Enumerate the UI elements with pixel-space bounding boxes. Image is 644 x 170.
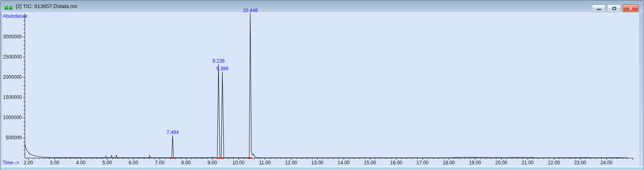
- title-bar[interactable]: [2] TIC: 813657.D\data.ms x: [0, 0, 644, 13]
- y-tick-label: 3000000: [2, 34, 22, 40]
- x-tick-label: 22.00: [548, 160, 560, 166]
- x-tick-label: 14.00: [338, 160, 350, 166]
- x-tick-label: 18.00: [443, 160, 455, 166]
- chromatogram-window: [2] TIC: 813657.D\data.ms x Abundance Ti…: [0, 0, 644, 170]
- x-tick-label: 8.00: [181, 160, 190, 166]
- x-axis-title: Time-->: [2, 160, 19, 166]
- y-tick-label: 1500000: [2, 94, 22, 100]
- x-tick-label: 19.00: [469, 160, 481, 166]
- x-tick-label: 21.00: [522, 160, 534, 166]
- y-tick-label: 2000000: [2, 74, 22, 80]
- close-button[interactable]: x: [623, 4, 639, 12]
- x-tick-label: 4.00: [76, 160, 85, 166]
- window-title: [2] TIC: 813657.D\data.ms: [16, 3, 77, 9]
- peak-label: 10.446: [243, 8, 258, 13]
- restore-icon: [612, 7, 616, 10]
- x-tick-label: 17.00: [416, 160, 429, 166]
- x-tick-label: 16.00: [390, 160, 402, 166]
- x-tick-label: 13.00: [311, 160, 323, 166]
- x-tick-label: 7.00: [155, 160, 164, 166]
- window-controls: x: [590, 4, 639, 12]
- close-icon: x: [629, 6, 632, 11]
- peak-label: 7.494: [167, 130, 179, 135]
- y-axis-title: Abundance: [3, 13, 27, 19]
- x-tick-label: 6.00: [129, 160, 138, 166]
- x-tick-label: 2.00: [23, 160, 33, 166]
- x-tick-label: 9.00: [207, 160, 217, 166]
- x-tick-label: 24.00: [600, 160, 612, 166]
- minimize-button[interactable]: [592, 4, 606, 12]
- x-tick-label: 23.00: [574, 160, 586, 166]
- chromatogram-plot-area[interactable]: [2, 13, 639, 166]
- restore-button[interactable]: [607, 4, 621, 12]
- y-tick-label: 2500000: [2, 54, 22, 60]
- x-tick-label: 12.00: [285, 160, 297, 166]
- y-tick-label: 1000000: [2, 115, 22, 120]
- x-tick-label: 15.00: [364, 160, 376, 166]
- x-tick-label: 3.00: [50, 160, 59, 166]
- x-tick-label: 5.00: [102, 160, 112, 166]
- window-bottom-frame: [0, 166, 644, 170]
- x-tick-label: 11.00: [259, 160, 270, 166]
- minimize-icon: [597, 9, 601, 10]
- peak-label: 9.238: [212, 58, 224, 64]
- peak-label: 9.386: [216, 66, 228, 71]
- y-tick-label: 500000: [2, 135, 22, 141]
- chromatogram-icon: [4, 3, 13, 10]
- x-tick-label: 10.00: [232, 160, 245, 166]
- x-tick-label: 20.00: [495, 160, 507, 166]
